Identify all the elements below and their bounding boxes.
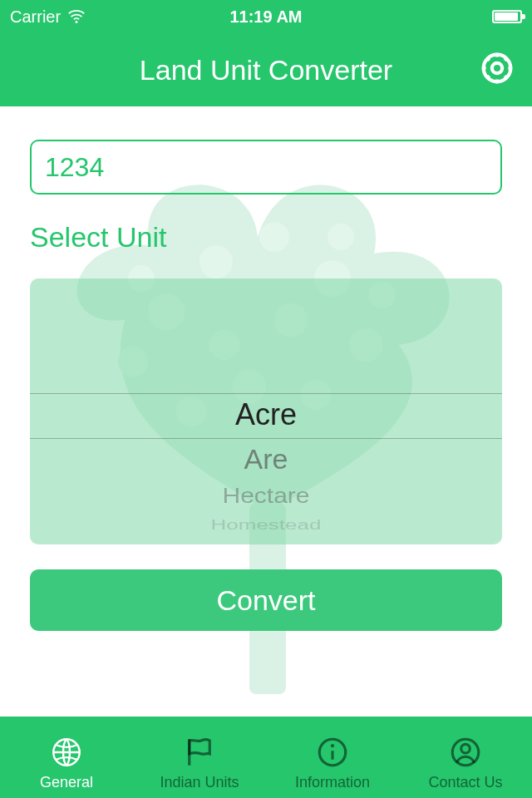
picker-item[interactable]: Hectare <box>30 485 502 506</box>
picker-item[interactable]: Are <box>30 445 502 473</box>
picker-item-selected[interactable]: Acre <box>30 400 502 430</box>
info-icon <box>314 734 351 771</box>
status-bar: Carrier 11:19 AM <box>0 0 532 33</box>
tab-information[interactable]: Information <box>266 717 399 798</box>
status-time: 11:19 AM <box>0 7 532 27</box>
main-content: Select Unit Acre Are Hectare Homestead C… <box>0 106 532 717</box>
globe-icon <box>48 734 85 771</box>
tab-bar: General Indian Units Information <box>0 717 532 798</box>
svg-point-23 <box>461 744 470 753</box>
tab-label: Information <box>295 774 370 791</box>
picker-item[interactable]: Homestead <box>30 519 502 532</box>
svg-point-2 <box>484 55 511 82</box>
tab-general[interactable]: General <box>0 717 133 798</box>
status-right <box>492 10 522 23</box>
page-title: Land Unit Converter <box>140 54 392 86</box>
battery-icon <box>492 10 522 23</box>
svg-point-1 <box>492 63 502 73</box>
value-input[interactable] <box>30 140 502 195</box>
tab-indian-units[interactable]: Indian Units <box>133 717 266 798</box>
select-unit-label: Select Unit <box>30 221 502 254</box>
app-header: Land Unit Converter <box>0 33 532 106</box>
person-icon <box>447 734 484 771</box>
svg-point-21 <box>331 744 334 747</box>
tab-label: Contact Us <box>428 774 502 791</box>
tab-label: General <box>40 774 93 791</box>
unit-picker[interactable]: Acre Are Hectare Homestead <box>30 278 502 544</box>
tab-contact-us[interactable]: Contact Us <box>399 717 532 798</box>
gear-icon <box>478 49 516 91</box>
tab-label: Indian Units <box>160 774 239 791</box>
flag-icon <box>181 734 218 771</box>
settings-button[interactable] <box>475 48 519 91</box>
convert-button[interactable]: Convert <box>30 569 502 631</box>
